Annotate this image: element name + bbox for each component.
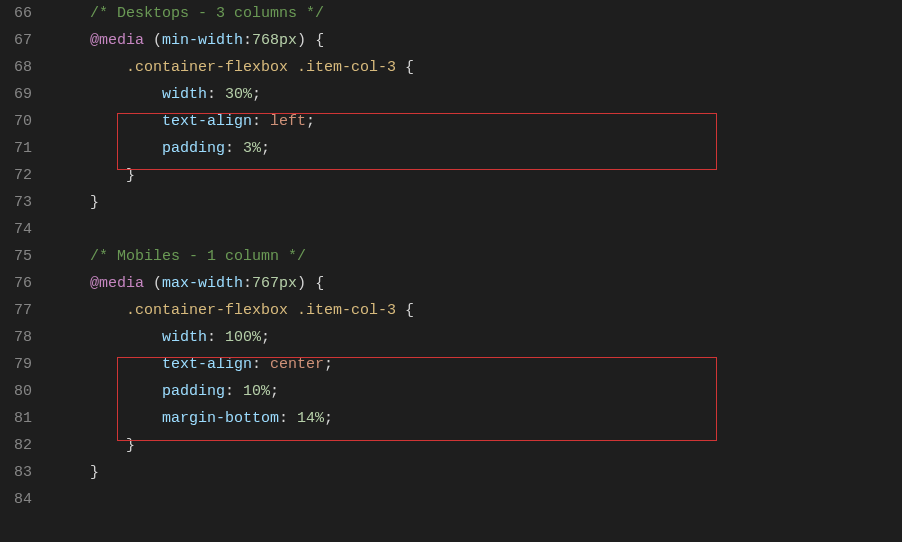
- code-line: }: [54, 432, 902, 459]
- line-number: 73: [8, 189, 32, 216]
- code-line: @media (max-width:767px) {: [54, 270, 902, 297]
- punct-token: :: [279, 410, 297, 427]
- value-token: left: [270, 113, 306, 130]
- line-number: 67: [8, 27, 32, 54]
- code-line: [54, 216, 902, 243]
- line-number: 76: [8, 270, 32, 297]
- property-token: text-align: [162, 113, 252, 130]
- punct-token: ;: [252, 86, 261, 103]
- code-line: padding: 3%;: [54, 135, 902, 162]
- code-line: width: 100%;: [54, 324, 902, 351]
- brace-token: }: [126, 167, 135, 184]
- code-line: /* Mobiles - 1 column */: [54, 243, 902, 270]
- selector-token: .container-flexbox .item-col-3: [126, 302, 396, 319]
- paren-token: ): [297, 275, 306, 292]
- number-token: 10%: [243, 383, 270, 400]
- number-token: 768px: [252, 32, 297, 49]
- brace-token: {: [315, 275, 324, 292]
- property-token: text-align: [162, 356, 252, 373]
- punct-token: :: [207, 86, 225, 103]
- punct-token: ;: [324, 410, 333, 427]
- code-line: margin-bottom: 14%;: [54, 405, 902, 432]
- punct-token: ;: [261, 329, 270, 346]
- line-number: 82: [8, 432, 32, 459]
- line-number: 66: [8, 0, 32, 27]
- line-number: 81: [8, 405, 32, 432]
- code-editor: 66676869707172737475767778798081828384 /…: [0, 0, 902, 542]
- number-token: 30%: [225, 86, 252, 103]
- number-token: 767px: [252, 275, 297, 292]
- value-token: center: [270, 356, 324, 373]
- line-number: 72: [8, 162, 32, 189]
- code-line: text-align: left;: [54, 108, 902, 135]
- paren-token: (: [153, 32, 162, 49]
- punct-token: :: [252, 113, 270, 130]
- property-token: margin-bottom: [162, 410, 279, 427]
- selector-token: .container-flexbox .item-col-3: [126, 59, 396, 76]
- number-token: 3%: [243, 140, 261, 157]
- comment-token: /* Mobiles - 1 column */: [90, 248, 306, 265]
- punct-token: :: [252, 356, 270, 373]
- code-line: /* Desktops - 3 columns */: [54, 0, 902, 27]
- number-token: 100%: [225, 329, 261, 346]
- punct-token: :: [243, 275, 252, 292]
- brace-token: {: [315, 32, 324, 49]
- brace-token: }: [126, 437, 135, 454]
- comment-token: /* Desktops - 3 columns */: [90, 5, 324, 22]
- punct-token: :: [243, 32, 252, 49]
- code-area[interactable]: /* Desktops - 3 columns */ @media (min-w…: [50, 0, 902, 542]
- line-number: 83: [8, 459, 32, 486]
- code-line: padding: 10%;: [54, 378, 902, 405]
- line-number: 70: [8, 108, 32, 135]
- property-token: padding: [162, 383, 225, 400]
- line-number: 71: [8, 135, 32, 162]
- code-line: }: [54, 459, 902, 486]
- line-number: 80: [8, 378, 32, 405]
- property-token: width: [162, 86, 207, 103]
- punct-token: ;: [324, 356, 333, 373]
- line-number: 75: [8, 243, 32, 270]
- code-line: [54, 486, 902, 513]
- code-line: .container-flexbox .item-col-3 {: [54, 54, 902, 81]
- code-line: .container-flexbox .item-col-3 {: [54, 297, 902, 324]
- brace-token: }: [90, 194, 99, 211]
- line-number: 74: [8, 216, 32, 243]
- line-number: 69: [8, 81, 32, 108]
- line-number-gutter: 66676869707172737475767778798081828384: [0, 0, 50, 542]
- at-rule-token: @media: [90, 32, 144, 49]
- line-number: 77: [8, 297, 32, 324]
- property-token: max-width: [162, 275, 243, 292]
- punct-token: ;: [270, 383, 279, 400]
- punct-token: ;: [306, 113, 315, 130]
- brace-token: {: [405, 302, 414, 319]
- paren-token: (: [153, 275, 162, 292]
- punct-token: ;: [261, 140, 270, 157]
- brace-token: }: [90, 464, 99, 481]
- line-number: 84: [8, 486, 32, 513]
- punct-token: :: [225, 140, 243, 157]
- code-line: }: [54, 189, 902, 216]
- line-number: 68: [8, 54, 32, 81]
- punct-token: :: [207, 329, 225, 346]
- line-number: 78: [8, 324, 32, 351]
- property-token: width: [162, 329, 207, 346]
- punct-token: :: [225, 383, 243, 400]
- code-line: @media (min-width:768px) {: [54, 27, 902, 54]
- brace-token: {: [405, 59, 414, 76]
- code-line: }: [54, 162, 902, 189]
- code-line: width: 30%;: [54, 81, 902, 108]
- at-rule-token: @media: [90, 275, 144, 292]
- paren-token: ): [297, 32, 306, 49]
- property-token: padding: [162, 140, 225, 157]
- number-token: 14%: [297, 410, 324, 427]
- property-token: min-width: [162, 32, 243, 49]
- line-number: 79: [8, 351, 32, 378]
- code-line: text-align: center;: [54, 351, 902, 378]
